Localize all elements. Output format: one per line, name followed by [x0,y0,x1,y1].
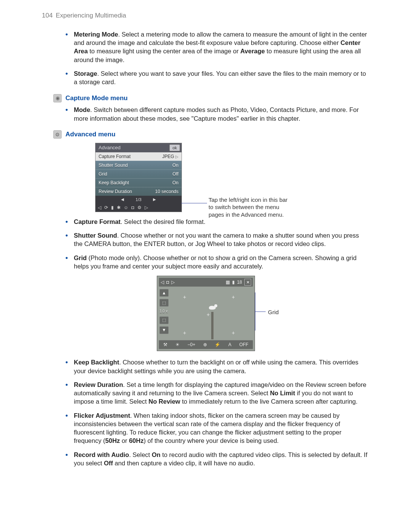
camera-mode-icon[interactable]: ◘ [166,279,169,285]
bullet-title: Shutter Sound [74,232,117,239]
bullet-title: Storage [74,70,97,77]
seagull-subject [207,304,218,312]
bullet-bold: 50Hz [105,437,120,444]
bullet-storage: Storage. Select where you want to save y… [65,69,369,86]
face-icon[interactable]: ☺ [124,204,128,211]
wb-icon[interactable]: ⊕ [203,342,207,348]
callout-leader-line [255,312,266,312]
camera-top-bar: ◁ ◘ ▷ ▦ ▮ 18 ✕ [159,278,253,287]
off-icon[interactable]: OFF [239,342,249,348]
advanced-rows: Shutter SoundOn GridOff Keep BacklightOn… [96,161,182,196]
bullet-text: to immediately return to the live Camera… [180,398,358,405]
advanced-row[interactable]: GridOff [96,169,182,178]
row-value: JPEG ▷ [162,153,178,160]
bullet-title: Record with Audio [74,451,129,458]
capture-mode-bullets: Mode. Switch between different capture m… [65,105,369,123]
nav-right-icon[interactable]: ▷ [171,279,175,285]
bullet-text: . Switch between different capture modes… [74,106,359,121]
settings-icon[interactable]: ⚙ [137,204,142,211]
capture-mode-heading: ◉ Capture Mode menu [53,94,369,103]
row-value: On [172,162,178,168]
chapter-title: Experiencing Multimedia [56,12,126,19]
chevron-right-icon: ▷ [175,155,178,159]
camera-icon: ◉ [53,94,62,102]
bullet-text: to measure light using the center area o… [88,48,241,54]
nav-left-icon[interactable]: ◁ [161,279,164,285]
refresh-icon[interactable]: ⟳ [104,204,108,211]
bullet-keep-backlight: Keep Backlight. Choose whether to turn t… [65,358,369,375]
bullet-bold: No Review [148,398,180,405]
callout-text: Tap the left/right icon in this bar to s… [209,196,292,219]
manual-page: { "header":{"page_number":"104","chapter… [0,0,411,532]
auto-icon[interactable]: A [228,342,231,348]
section-heading-label: Capture Mode menu [65,94,127,103]
advanced-row[interactable]: Shutter SoundOn [96,161,182,169]
forward-icon[interactable]: ▷ [145,204,148,211]
nav-right-icon[interactable]: ▶ [153,197,156,202]
zoom-out-icon[interactable]: ▼ [159,326,169,334]
bullet-bold: 60Hz [129,437,144,444]
row-label: Keep Backlight [99,180,129,186]
grid-center-icon: + [207,311,210,318]
bottom-bullet-list: Keep Backlight. Choose whether to turn t… [65,358,369,467]
advanced-bottom-toolbar: ◁ ⟳ ▮ ✱ ☺ ◘ ⚙ ▷ [96,203,182,212]
bullet-text: ) of the country where your device is be… [143,437,279,444]
bullet-title: Mode [74,106,90,113]
bullet-bold: On [152,451,161,458]
nav-left-icon[interactable]: ◀ [121,197,124,202]
bullet-record-with-audio: Record with Audio. Select On to record a… [65,451,369,468]
resolution-icon[interactable]: ▦ [226,279,230,285]
section-heading-label: Advanced menu [65,130,115,139]
row-value: Off [172,171,178,177]
bullet-flicker-adjustment: Flicker Adjustment. When taking indoor s… [65,411,369,445]
advanced-row[interactable]: Keep BacklightOn [96,178,182,187]
bullet-title: Metering Mode [74,31,118,38]
bullet-text: . Select where you want to save your fil… [74,70,366,85]
grid-figure: ◁ ◘ ▷ ▦ ▮ 18 ✕ ▲ ⬚ 1.0 x ⬚ ▼ + + + [157,276,254,351]
row-label: Shutter Sound [99,162,128,168]
post-subject [211,312,213,339]
advanced-title-text: Advanced [99,144,121,151]
camera-grid-screenshot: ◁ ◘ ▷ ▦ ▮ 18 ✕ ▲ ⬚ 1.0 x ⬚ ▼ + + + [157,276,255,351]
bullet-metering-mode: Metering Mode. Select a metering mode to… [65,30,369,64]
close-icon[interactable]: ✕ [244,279,251,286]
bullet-text: . Select the desired file format. [121,218,206,225]
advanced-row[interactable]: Review Duration10 seconds [96,187,182,196]
advanced-heading: ⚙ Advanced menu [53,130,369,139]
bullet-bold: Off [104,460,113,466]
page-number: 104 [42,12,53,19]
bullet-title: Keep Backlight [74,359,119,366]
zoom-min-icon: ⬚ [159,316,169,324]
bullet-mode: Mode. Switch between different capture m… [65,105,369,123]
row-value: 10 seconds [155,189,178,195]
bullet-title: Grid [74,254,87,261]
advanced-page-nav: ◀ 1/3 ▶ [96,196,182,203]
grid-cross-icon: + [183,294,186,301]
bullet-text: . Select [129,451,152,458]
row-label: Capture Format [99,153,131,160]
bullet-grid: Grid (Photo mode only). Choose whether o… [65,254,369,271]
bullet-text: or [120,437,129,444]
grid-cross-icon: + [183,329,186,337]
flash-icon[interactable]: ⚡ [215,342,220,348]
zoom-in-icon[interactable]: ▲ [159,289,169,297]
zoom-max-icon: ⬚ [159,299,169,307]
ev-icon[interactable]: −0+ [188,342,196,348]
exposure-icon[interactable]: ☀ [175,342,180,348]
row-label: Review Duration [99,189,132,195]
advanced-selected-row[interactable]: Capture Format JPEG ▷ [96,152,182,161]
row-value: On [172,180,178,186]
bullet-text: and then capture a video clip, it will h… [113,460,255,466]
top-bullet-list: Metering Mode. Select a metering mode to… [65,30,369,86]
brightness-icon[interactable]: ✱ [117,204,121,211]
storage-icon[interactable]: ▮ [232,279,235,285]
card-icon[interactable]: ▮ [111,204,114,211]
camera-icon[interactable]: ◘ [131,204,134,211]
tools-icon[interactable]: ⚒ [163,342,167,348]
ok-button[interactable]: ok [169,144,180,151]
advanced-menu-screenshot: Advanced ok Capture Format JPEG ▷ Shutte… [95,143,182,212]
back-icon[interactable]: ◁ [98,204,101,211]
bullet-title: Flicker Adjustment [74,412,130,419]
bullet-bold: No Limit [270,390,295,396]
shots-remaining: 18 [237,279,242,285]
